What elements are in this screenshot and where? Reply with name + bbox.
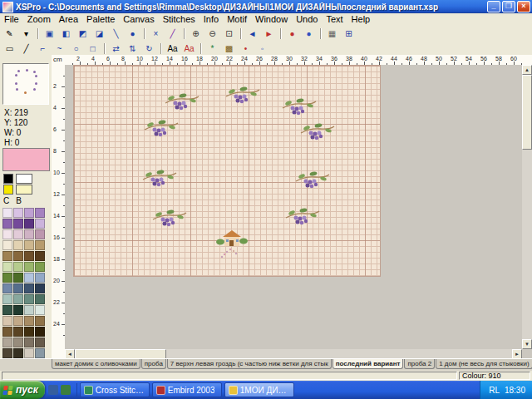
palette-swatch[interactable] [13, 262, 23, 272]
full-stitch-tool[interactable]: ▣ [42, 27, 57, 41]
palette-swatch[interactable] [2, 219, 12, 229]
palette-swatch[interactable] [24, 273, 34, 283]
menu-item-help[interactable]: Help [347, 14, 375, 24]
petite-stitch-tool[interactable]: ╱ [165, 27, 180, 41]
french-knot-tool[interactable]: ● [125, 27, 140, 41]
scroll-up-arrow[interactable]: ▲ [522, 65, 532, 75]
design-tab[interactable]: макет домик с оливочками [52, 359, 140, 369]
design-preview[interactable] [2, 63, 49, 105]
palette-swatch[interactable] [13, 316, 23, 326]
palette-swatch[interactable] [24, 219, 34, 229]
rectangle-tool[interactable]: □ [85, 42, 101, 56]
palette-swatch[interactable] [2, 229, 12, 239]
text-colour-tool[interactable]: Aa [181, 42, 197, 56]
palette-swatch[interactable] [35, 219, 45, 229]
palette-swatch[interactable] [13, 348, 23, 358]
palette-swatch[interactable] [2, 283, 12, 293]
design-tab[interactable]: последний вариант [332, 359, 404, 369]
minimize-button[interactable]: _ [487, 1, 500, 12]
vertical-scroll-thumb[interactable] [522, 75, 532, 150]
palette-swatch[interactable] [13, 208, 23, 218]
palette-swatch[interactable] [24, 251, 34, 261]
palette-swatch[interactable] [35, 337, 45, 347]
stitch-canvas[interactable] [73, 65, 381, 277]
palette-swatch[interactable] [35, 348, 45, 358]
taskbar-clock[interactable]: 18:30 [505, 386, 525, 395]
palette-swatch[interactable] [35, 305, 45, 315]
center-view-tool[interactable]: ⊞ [341, 27, 357, 41]
select-rect-tool[interactable]: ▭ [2, 42, 17, 56]
palette-swatch[interactable] [24, 262, 34, 272]
zoom-window-tool[interactable]: ⊡ [221, 27, 237, 41]
pencil-tool[interactable]: ✎ [2, 27, 17, 41]
palette-swatch[interactable] [24, 208, 34, 218]
quick-launch-icon-2[interactable] [61, 385, 71, 395]
design-tab[interactable]: проба [141, 359, 166, 369]
design-tab[interactable]: проба 2 [404, 359, 435, 369]
menu-item-motif[interactable]: Motif [223, 14, 251, 24]
maximize-button[interactable]: ❐ [502, 1, 515, 12]
palette-swatch[interactable] [24, 229, 34, 239]
quick-swatch[interactable] [16, 185, 32, 195]
palette-swatch[interactable] [2, 240, 12, 250]
current-colour-swatch[interactable] [2, 148, 50, 171]
scroll-down-arrow[interactable]: ▼ [522, 339, 532, 349]
palette-swatch[interactable] [24, 294, 34, 304]
knot-tool[interactable]: • [238, 42, 254, 56]
palette-swatch[interactable] [24, 283, 34, 293]
palette-swatch[interactable] [13, 294, 23, 304]
half-stitch-tool[interactable]: ◧ [58, 27, 74, 41]
palette-swatch[interactable] [24, 240, 34, 250]
palette-swatch[interactable] [13, 283, 23, 293]
menu-item-info[interactable]: Info [200, 14, 223, 24]
palette-swatch[interactable] [13, 273, 23, 283]
language-indicator[interactable]: RL [489, 386, 500, 395]
palette-swatch[interactable] [35, 262, 45, 272]
menu-item-area[interactable]: Area [55, 14, 82, 24]
palette-swatch[interactable] [2, 208, 12, 218]
palette-swatch[interactable] [35, 251, 45, 261]
quick-swatch[interactable] [3, 185, 13, 195]
vertical-scrollbar[interactable]: ▲ ▼ [522, 65, 532, 349]
palette-swatch[interactable] [24, 348, 34, 358]
palette-swatch[interactable] [24, 327, 34, 337]
quick-swatch[interactable] [3, 174, 13, 184]
menu-item-window[interactable]: Window [251, 14, 292, 24]
tool-dropdown[interactable]: ▾ [18, 27, 34, 41]
three-quarter-stitch-tool[interactable]: ◪ [91, 27, 107, 41]
palette-swatch[interactable] [24, 316, 34, 326]
menu-item-stitches[interactable]: Stitches [159, 14, 200, 24]
rotate-tool[interactable]: ↻ [141, 42, 157, 56]
palette-swatch[interactable] [24, 305, 34, 315]
menu-item-text[interactable]: Text [322, 14, 347, 24]
ellipse-tool[interactable]: ○ [68, 42, 84, 56]
thread-red-tool[interactable]: ● [284, 27, 300, 41]
zoom-in-tool[interactable]: ⊕ [188, 27, 204, 41]
grid-toggle-tool[interactable]: ▦ [324, 27, 340, 41]
palette-swatch[interactable] [2, 305, 12, 315]
menu-item-undo[interactable]: Undo [292, 14, 322, 24]
palette-swatch[interactable] [13, 219, 23, 229]
quarter-stitch-tool[interactable]: ◩ [75, 27, 91, 41]
curve-tool[interactable]: ~ [52, 42, 67, 56]
bead-tool[interactable]: ◦ [254, 42, 270, 56]
pan-left-tool[interactable]: ◄ [244, 27, 260, 41]
taskbar-button[interactable]: 1МОИ ДИЗАЙНЫ [224, 382, 294, 397]
palette-swatch[interactable] [2, 327, 12, 337]
line-tool[interactable]: ╱ [18, 42, 34, 56]
palette-swatch[interactable] [24, 337, 34, 347]
palette-swatch[interactable] [13, 229, 23, 239]
menu-item-zoom[interactable]: Zoom [23, 14, 55, 24]
backstitch-tool[interactable]: ╲ [108, 27, 124, 41]
palette-swatch[interactable] [35, 294, 45, 304]
menu-item-file[interactable]: File [0, 14, 23, 24]
palette-swatch[interactable] [35, 316, 45, 326]
palette-swatch[interactable] [2, 316, 12, 326]
palette-swatch[interactable] [2, 294, 12, 304]
palette-swatch[interactable] [2, 262, 12, 272]
taskbar-button[interactable]: Cross Stitch Pro... [80, 382, 150, 397]
flip-horizontal-tool[interactable]: ⇄ [108, 42, 124, 56]
thread-blue-tool[interactable]: ● [301, 27, 317, 41]
palette-swatch[interactable] [13, 251, 23, 261]
palette-swatch[interactable] [2, 348, 12, 358]
